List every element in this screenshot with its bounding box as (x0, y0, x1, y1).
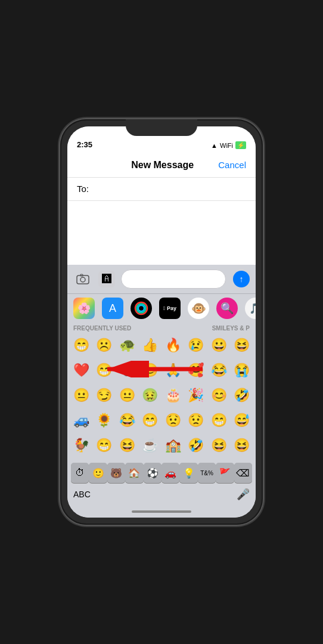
emoji-3-6[interactable]: 🎉 (185, 384, 208, 407)
to-field[interactable]: To: (67, 178, 256, 201)
message-toolbar: 🅰 ↑ (67, 265, 256, 293)
kb-smiley-icon[interactable]: 🙂 (89, 463, 107, 483)
globe-app-icon[interactable]: 🔍 (216, 298, 238, 319)
message-input[interactable] (121, 270, 226, 289)
kb-home-icon[interactable]: 🏠 (125, 463, 143, 483)
app-strip: 🌸 A  Pay 🐵 🔍 🎵 (67, 293, 256, 323)
emoji-3-1[interactable]: 😐 (70, 384, 93, 407)
emoji-4-6[interactable]: 😟 (185, 409, 208, 432)
emoji-3-3[interactable]: 😐 (116, 384, 139, 407)
emoji-3-5[interactable]: 🎂 (162, 384, 185, 407)
emoji-5-5[interactable]: 🏫 (162, 434, 185, 457)
applepay-app-icon[interactable]:  Pay (159, 298, 181, 319)
smileys-label: SMILEYS & P (212, 325, 250, 332)
cancel-button[interactable]: Cancel (218, 160, 246, 170)
emoji-2-2[interactable]: 😁 (93, 359, 116, 382)
emoji-2-7[interactable]: 😂 (207, 359, 231, 382)
emoji-4-5[interactable]: 😟 (162, 409, 185, 432)
emoji-3-8[interactable]: 🤣 (231, 384, 254, 407)
emoji-4-7[interactable]: 😁 (207, 409, 231, 432)
nav-title: New Message (131, 160, 194, 171)
emoji-5-6[interactable]: 🤣 (185, 434, 208, 457)
kb-symbol-icon[interactable]: T&% (198, 463, 216, 483)
kb-bulb-icon[interactable]: 💡 (179, 463, 197, 483)
activity-app-icon[interactable] (131, 298, 152, 319)
kb-bear-icon[interactable]: 🐻 (107, 463, 125, 483)
status-icons: ▲ WiFi ⚡ (211, 141, 246, 149)
home-indicator (67, 506, 256, 518)
emoji-row-3: 😐 😏 😐 🤢 🎂 🎉 😊 🤣 (67, 383, 256, 408)
kb-icon-row: ⏱ 🙂 🐻 🏠 ⚽ 🚗 💡 T&% 🚩 ⌫ (67, 460, 256, 485)
svg-rect-0 (77, 275, 89, 284)
kb-car-icon[interactable]: 🚗 (162, 463, 179, 483)
kb-abc-button[interactable]: ABC (73, 490, 91, 499)
phone-frame: 2:35 ▲ WiFi ⚡ New Message Cancel To: (60, 119, 263, 525)
emoji-4-3[interactable]: 😂 (116, 409, 139, 432)
status-time: 2:35 (77, 140, 92, 149)
frequently-used-label: FREQUENTLY USED (73, 325, 131, 332)
emoji-1-6[interactable]: 😢 (185, 334, 208, 357)
emoji-3-4[interactable]: 🤢 (139, 384, 162, 407)
emoji-row-1: 😁 ☹️ 🐢 👍 🔥 😢 😀 😆 (67, 333, 256, 358)
monkey-app-icon[interactable]: 🐵 (188, 298, 209, 319)
emoji-section-labels: FREQUENTLY USED SMILEYS & P (67, 323, 256, 333)
home-bar (132, 510, 191, 513)
kb-soccer-icon[interactable]: ⚽ (144, 463, 162, 483)
svg-point-5 (138, 305, 144, 311)
emoji-1-1[interactable]: 😁 (70, 334, 93, 357)
emoji-1-8[interactable]: 😆 (231, 334, 254, 357)
emoji-5-3[interactable]: 😆 (116, 434, 139, 457)
emoji-2-4[interactable]: 😊 (139, 359, 162, 382)
emoji-3-2[interactable]: 😏 (93, 384, 116, 407)
camera-button[interactable] (73, 270, 92, 289)
emoji-5-1[interactable]: 🐓 (70, 434, 93, 457)
emoji-4-2[interactable]: 🌻 (93, 409, 116, 432)
emoji-1-7[interactable]: 😀 (207, 334, 231, 357)
emoji-2-8[interactable]: 😭 (231, 359, 254, 382)
kb-flag-icon[interactable]: 🚩 (216, 463, 234, 483)
nav-bar: New Message Cancel (67, 153, 256, 178)
emoji-row-4: 🚙 🌻 😂 😁 😟 😟 😁 😅 (67, 408, 256, 433)
emoji-5-8[interactable]: 😆 (231, 434, 254, 457)
battery-icon: ⚡ (235, 141, 246, 149)
notch (126, 119, 197, 136)
photos-app-icon[interactable]: 🌸 (73, 298, 95, 319)
emoji-row-2: ❤️ 😁 🦋 😊 🙏 🥰 😂 😭 (67, 358, 256, 383)
emoji-1-4[interactable]: 👍 (139, 334, 162, 357)
emoji-1-3[interactable]: 🐢 (116, 334, 139, 357)
appstore-app-icon[interactable]: A (102, 298, 123, 319)
signal-icon: ▲ (211, 142, 218, 149)
send-button[interactable]: ↑ (233, 271, 250, 287)
appstore-button[interactable]: 🅰 (97, 270, 116, 289)
keyboard-bottom: ⏱ 🙂 🐻 🏠 ⚽ 🚗 💡 T&% 🚩 ⌫ ABC 🎤 (67, 458, 256, 506)
emoji-4-4[interactable]: 😁 (139, 409, 162, 432)
kb-delete-icon[interactable]: ⌫ (234, 463, 252, 483)
emoji-4-1[interactable]: 🚙 (70, 409, 93, 432)
emoji-4-8[interactable]: 😅 (231, 409, 254, 432)
emoji-5-2[interactable]: 😁 (93, 434, 116, 457)
phone-screen: 2:35 ▲ WiFi ⚡ New Message Cancel To: (67, 126, 256, 518)
emoji-1-2[interactable]: ☹️ (93, 334, 116, 357)
svg-point-1 (80, 277, 85, 282)
music-app-icon[interactable]: 🎵 (245, 298, 256, 319)
emoji-2-3[interactable]: 🦋 (116, 359, 139, 382)
emoji-3-7[interactable]: 😊 (207, 384, 231, 407)
emoji-2-6[interactable]: 🥰 (185, 359, 208, 382)
message-area[interactable] (67, 201, 256, 265)
emoji-5-7[interactable]: 😆 (207, 434, 231, 457)
emoji-row-5: 🐓 😁 😆 ☕ 🏫 🤣 😆 😆 (67, 433, 256, 458)
emoji-1-5[interactable]: 🔥 (162, 334, 185, 357)
to-label: To: (77, 184, 89, 194)
emoji-2-1[interactable]: ❤️ (70, 359, 93, 382)
emoji-5-4[interactable]: ☕ (139, 434, 162, 457)
wifi-icon: WiFi (220, 142, 233, 149)
emoji-2-5[interactable]: 🙏 (162, 359, 185, 382)
kb-mic-button[interactable]: 🎤 (237, 488, 250, 501)
kb-abc-row: ABC 🎤 (67, 485, 256, 506)
kb-clock-icon[interactable]: ⏱ (71, 463, 89, 483)
